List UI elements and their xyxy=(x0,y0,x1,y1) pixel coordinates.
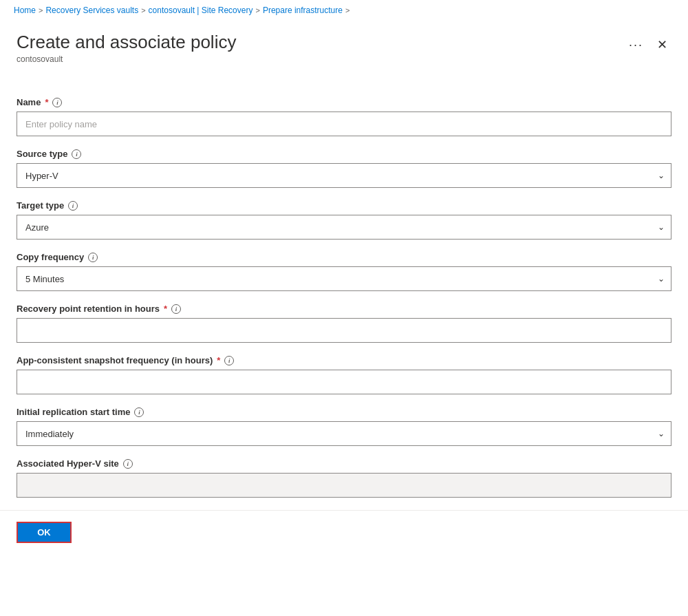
app-snapshot-field: App-consistent snapshot frequency (in ho… xyxy=(17,355,671,394)
target-type-field: Target type i Azure ⌄ xyxy=(17,200,671,240)
name-input[interactable] xyxy=(17,111,671,136)
initial-replication-select-wrapper: Immediately Custom ⌄ xyxy=(17,421,671,446)
copy-frequency-label-text: Copy frequency xyxy=(17,252,84,262)
hyper-v-site-info-icon[interactable]: i xyxy=(123,459,133,469)
name-info-icon[interactable]: i xyxy=(52,98,62,107)
ellipsis-button[interactable]: ··· xyxy=(625,36,647,54)
breadcrumb-contosovault[interactable]: contosovault | Site Recovery xyxy=(149,6,253,15)
name-label-text: Name xyxy=(17,97,41,107)
source-type-info-icon[interactable]: i xyxy=(72,149,81,159)
hyper-v-site-field: Associated Hyper-V site i ContosoHyperVS… xyxy=(17,458,671,498)
source-type-label: Source type i xyxy=(17,149,671,159)
breadcrumb-home[interactable]: Home xyxy=(14,6,36,15)
app-snapshot-label: App-consistent snapshot frequency (in ho… xyxy=(17,355,671,365)
app-snapshot-required-star: * xyxy=(217,355,220,365)
app-snapshot-label-text: App-consistent snapshot frequency (in ho… xyxy=(17,355,213,365)
initial-replication-label: Initial replication start time i xyxy=(17,407,671,417)
hyper-v-site-label-text: Associated Hyper-V site xyxy=(17,458,119,469)
breadcrumb-sep-4: > xyxy=(345,6,350,14)
name-field: Name * i xyxy=(17,97,671,136)
form-section: Name * i Source type i Hyper-V VMware Ph… xyxy=(17,97,671,498)
source-type-field: Source type i Hyper-V VMware Physical ⌄ xyxy=(17,149,671,188)
breadcrumb-sep-1: > xyxy=(39,6,43,14)
panel-subtitle: contosovault xyxy=(17,54,236,64)
close-button[interactable]: ✕ xyxy=(653,36,671,54)
hyper-v-site-label: Associated Hyper-V site i xyxy=(17,458,671,469)
name-required-star: * xyxy=(45,97,48,107)
copy-frequency-select[interactable]: 5 Minutes 15 Minutes 30 Minutes xyxy=(17,266,671,291)
source-type-select[interactable]: Hyper-V VMware Physical xyxy=(17,163,671,188)
target-type-info-icon[interactable]: i xyxy=(68,201,78,211)
copy-frequency-label: Copy frequency i xyxy=(17,252,671,262)
target-type-label-text: Target type xyxy=(17,200,64,211)
recovery-point-input[interactable]: 2 xyxy=(17,318,671,343)
copy-frequency-field: Copy frequency i 5 Minutes 15 Minutes 30… xyxy=(17,252,671,291)
target-type-label: Target type i xyxy=(17,200,671,211)
panel-header-actions: ··· ✕ xyxy=(625,36,671,54)
breadcrumb: Home > Recovery Services vaults > contos… xyxy=(0,0,688,21)
name-label: Name * i xyxy=(17,97,671,107)
recovery-point-required-star: * xyxy=(164,304,167,314)
target-type-select[interactable]: Azure xyxy=(17,215,671,240)
hyper-v-site-input: ContosoHyperVSite xyxy=(17,473,671,498)
source-type-select-wrapper: Hyper-V VMware Physical ⌄ xyxy=(17,163,671,188)
panel-header: Create and associate policy contosovault… xyxy=(17,21,671,67)
copy-frequency-select-wrapper: 5 Minutes 15 Minutes 30 Minutes ⌄ xyxy=(17,266,671,291)
recovery-point-label-text: Recovery point retention in hours xyxy=(17,304,160,314)
recovery-point-field: Recovery point retention in hours * i 2 xyxy=(17,304,671,343)
copy-frequency-info-icon[interactable]: i xyxy=(88,253,98,262)
breadcrumb-sep-2: > xyxy=(141,6,145,14)
form-content: Name * i Source type i Hyper-V VMware Ph… xyxy=(0,83,688,510)
breadcrumb-prepare-infrastructure[interactable]: Prepare infrastructure xyxy=(263,6,343,15)
app-snapshot-input[interactable]: 1 xyxy=(17,370,671,394)
initial-replication-info-icon[interactable]: i xyxy=(134,407,144,417)
initial-replication-select[interactable]: Immediately Custom xyxy=(17,421,671,446)
ok-button[interactable]: OK xyxy=(17,522,72,543)
breadcrumb-sep-3: > xyxy=(255,6,259,14)
recovery-point-info-icon[interactable]: i xyxy=(171,304,181,314)
panel: Create and associate policy contosovault… xyxy=(0,21,688,83)
page-title: Create and associate policy xyxy=(17,32,236,53)
breadcrumb-recovery-services[interactable]: Recovery Services vaults xyxy=(45,6,138,15)
form-footer: OK xyxy=(0,510,688,554)
source-type-label-text: Source type xyxy=(17,149,67,159)
app-snapshot-info-icon[interactable]: i xyxy=(224,356,234,365)
panel-title-area: Create and associate policy contosovault xyxy=(17,32,236,64)
target-type-select-wrapper: Azure ⌄ xyxy=(17,215,671,240)
initial-replication-field: Initial replication start time i Immedia… xyxy=(17,407,671,446)
recovery-point-label: Recovery point retention in hours * i xyxy=(17,304,671,314)
initial-replication-label-text: Initial replication start time xyxy=(17,407,130,417)
